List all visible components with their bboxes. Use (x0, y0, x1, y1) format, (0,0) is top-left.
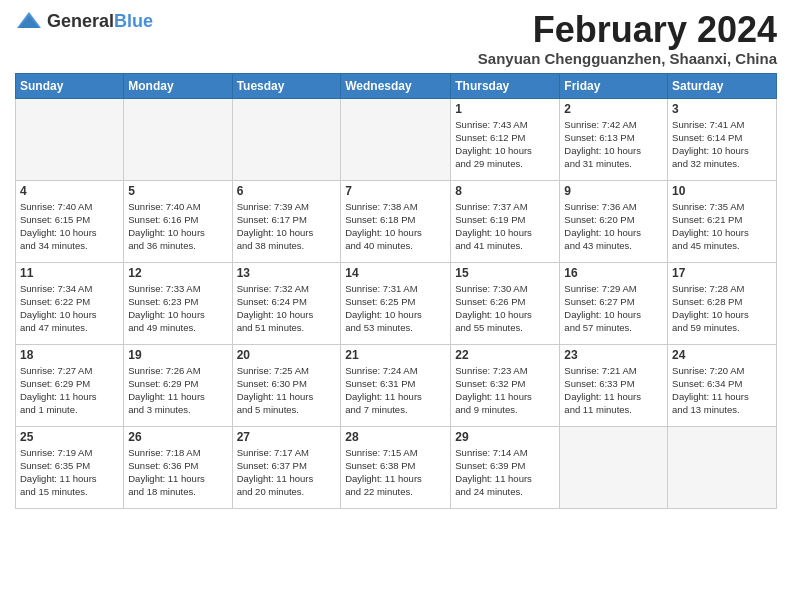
day-cell: 24Sunrise: 7:20 AM Sunset: 6:34 PM Dayli… (668, 344, 777, 426)
day-detail: Sunrise: 7:23 AM Sunset: 6:32 PM Dayligh… (455, 364, 555, 417)
header-tuesday: Tuesday (232, 73, 341, 98)
week-row-2: 4Sunrise: 7:40 AM Sunset: 6:15 PM Daylig… (16, 180, 777, 262)
day-number: 28 (345, 430, 446, 444)
calendar-table: SundayMondayTuesdayWednesdayThursdayFrid… (15, 73, 777, 509)
page-header: GeneralBlue February 2024 Sanyuan Chengg… (15, 10, 777, 67)
day-cell: 15Sunrise: 7:30 AM Sunset: 6:26 PM Dayli… (451, 262, 560, 344)
day-cell (124, 98, 232, 180)
week-row-3: 11Sunrise: 7:34 AM Sunset: 6:22 PM Dayli… (16, 262, 777, 344)
day-cell: 4Sunrise: 7:40 AM Sunset: 6:15 PM Daylig… (16, 180, 124, 262)
day-number: 2 (564, 102, 663, 116)
day-cell: 19Sunrise: 7:26 AM Sunset: 6:29 PM Dayli… (124, 344, 232, 426)
logo-icon (15, 10, 43, 32)
day-detail: Sunrise: 7:42 AM Sunset: 6:13 PM Dayligh… (564, 118, 663, 171)
day-detail: Sunrise: 7:19 AM Sunset: 6:35 PM Dayligh… (20, 446, 119, 499)
day-cell: 27Sunrise: 7:17 AM Sunset: 6:37 PM Dayli… (232, 426, 341, 508)
day-cell: 28Sunrise: 7:15 AM Sunset: 6:38 PM Dayli… (341, 426, 451, 508)
day-detail: Sunrise: 7:28 AM Sunset: 6:28 PM Dayligh… (672, 282, 772, 335)
day-number: 23 (564, 348, 663, 362)
day-cell: 29Sunrise: 7:14 AM Sunset: 6:39 PM Dayli… (451, 426, 560, 508)
day-number: 7 (345, 184, 446, 198)
day-detail: Sunrise: 7:38 AM Sunset: 6:18 PM Dayligh… (345, 200, 446, 253)
day-number: 27 (237, 430, 337, 444)
day-cell: 17Sunrise: 7:28 AM Sunset: 6:28 PM Dayli… (668, 262, 777, 344)
day-number: 4 (20, 184, 119, 198)
day-number: 20 (237, 348, 337, 362)
day-cell: 12Sunrise: 7:33 AM Sunset: 6:23 PM Dayli… (124, 262, 232, 344)
header-saturday: Saturday (668, 73, 777, 98)
day-detail: Sunrise: 7:36 AM Sunset: 6:20 PM Dayligh… (564, 200, 663, 253)
day-detail: Sunrise: 7:17 AM Sunset: 6:37 PM Dayligh… (237, 446, 337, 499)
day-detail: Sunrise: 7:14 AM Sunset: 6:39 PM Dayligh… (455, 446, 555, 499)
day-number: 11 (20, 266, 119, 280)
day-cell: 6Sunrise: 7:39 AM Sunset: 6:17 PM Daylig… (232, 180, 341, 262)
day-number: 17 (672, 266, 772, 280)
day-number: 18 (20, 348, 119, 362)
day-detail: Sunrise: 7:21 AM Sunset: 6:33 PM Dayligh… (564, 364, 663, 417)
day-number: 6 (237, 184, 337, 198)
day-detail: Sunrise: 7:43 AM Sunset: 6:12 PM Dayligh… (455, 118, 555, 171)
header-wednesday: Wednesday (341, 73, 451, 98)
day-cell: 10Sunrise: 7:35 AM Sunset: 6:21 PM Dayli… (668, 180, 777, 262)
day-detail: Sunrise: 7:40 AM Sunset: 6:16 PM Dayligh… (128, 200, 227, 253)
day-detail: Sunrise: 7:30 AM Sunset: 6:26 PM Dayligh… (455, 282, 555, 335)
day-cell: 20Sunrise: 7:25 AM Sunset: 6:30 PM Dayli… (232, 344, 341, 426)
header-thursday: Thursday (451, 73, 560, 98)
day-number: 29 (455, 430, 555, 444)
day-number: 22 (455, 348, 555, 362)
day-detail: Sunrise: 7:32 AM Sunset: 6:24 PM Dayligh… (237, 282, 337, 335)
logo: GeneralBlue (15, 10, 153, 32)
day-detail: Sunrise: 7:41 AM Sunset: 6:14 PM Dayligh… (672, 118, 772, 171)
day-cell: 3Sunrise: 7:41 AM Sunset: 6:14 PM Daylig… (668, 98, 777, 180)
day-cell: 11Sunrise: 7:34 AM Sunset: 6:22 PM Dayli… (16, 262, 124, 344)
day-number: 8 (455, 184, 555, 198)
day-number: 26 (128, 430, 227, 444)
day-cell: 18Sunrise: 7:27 AM Sunset: 6:29 PM Dayli… (16, 344, 124, 426)
day-detail: Sunrise: 7:24 AM Sunset: 6:31 PM Dayligh… (345, 364, 446, 417)
day-cell: 1Sunrise: 7:43 AM Sunset: 6:12 PM Daylig… (451, 98, 560, 180)
day-cell: 8Sunrise: 7:37 AM Sunset: 6:19 PM Daylig… (451, 180, 560, 262)
day-cell: 21Sunrise: 7:24 AM Sunset: 6:31 PM Dayli… (341, 344, 451, 426)
day-cell (341, 98, 451, 180)
week-row-1: 1Sunrise: 7:43 AM Sunset: 6:12 PM Daylig… (16, 98, 777, 180)
week-row-4: 18Sunrise: 7:27 AM Sunset: 6:29 PM Dayli… (16, 344, 777, 426)
day-detail: Sunrise: 7:20 AM Sunset: 6:34 PM Dayligh… (672, 364, 772, 417)
day-cell: 2Sunrise: 7:42 AM Sunset: 6:13 PM Daylig… (560, 98, 668, 180)
day-detail: Sunrise: 7:27 AM Sunset: 6:29 PM Dayligh… (20, 364, 119, 417)
day-cell (232, 98, 341, 180)
day-cell (16, 98, 124, 180)
day-cell: 16Sunrise: 7:29 AM Sunset: 6:27 PM Dayli… (560, 262, 668, 344)
day-cell: 23Sunrise: 7:21 AM Sunset: 6:33 PM Dayli… (560, 344, 668, 426)
day-detail: Sunrise: 7:29 AM Sunset: 6:27 PM Dayligh… (564, 282, 663, 335)
day-detail: Sunrise: 7:34 AM Sunset: 6:22 PM Dayligh… (20, 282, 119, 335)
day-cell (668, 426, 777, 508)
day-number: 25 (20, 430, 119, 444)
day-number: 9 (564, 184, 663, 198)
title-location: Sanyuan Chengguanzhen, Shaanxi, China (478, 50, 777, 67)
day-cell: 14Sunrise: 7:31 AM Sunset: 6:25 PM Dayli… (341, 262, 451, 344)
day-cell: 22Sunrise: 7:23 AM Sunset: 6:32 PM Dayli… (451, 344, 560, 426)
day-detail: Sunrise: 7:33 AM Sunset: 6:23 PM Dayligh… (128, 282, 227, 335)
header-friday: Friday (560, 73, 668, 98)
day-number: 19 (128, 348, 227, 362)
day-detail: Sunrise: 7:37 AM Sunset: 6:19 PM Dayligh… (455, 200, 555, 253)
day-cell: 25Sunrise: 7:19 AM Sunset: 6:35 PM Dayli… (16, 426, 124, 508)
day-detail: Sunrise: 7:31 AM Sunset: 6:25 PM Dayligh… (345, 282, 446, 335)
day-number: 3 (672, 102, 772, 116)
day-number: 15 (455, 266, 555, 280)
header-row: SundayMondayTuesdayWednesdayThursdayFrid… (16, 73, 777, 98)
day-number: 13 (237, 266, 337, 280)
header-monday: Monday (124, 73, 232, 98)
day-cell: 9Sunrise: 7:36 AM Sunset: 6:20 PM Daylig… (560, 180, 668, 262)
day-cell (560, 426, 668, 508)
day-number: 12 (128, 266, 227, 280)
day-number: 10 (672, 184, 772, 198)
header-sunday: Sunday (16, 73, 124, 98)
day-number: 1 (455, 102, 555, 116)
day-cell: 5Sunrise: 7:40 AM Sunset: 6:16 PM Daylig… (124, 180, 232, 262)
logo-blue: Blue (114, 11, 153, 31)
day-detail: Sunrise: 7:39 AM Sunset: 6:17 PM Dayligh… (237, 200, 337, 253)
day-detail: Sunrise: 7:18 AM Sunset: 6:36 PM Dayligh… (128, 446, 227, 499)
day-detail: Sunrise: 7:25 AM Sunset: 6:30 PM Dayligh… (237, 364, 337, 417)
day-number: 14 (345, 266, 446, 280)
